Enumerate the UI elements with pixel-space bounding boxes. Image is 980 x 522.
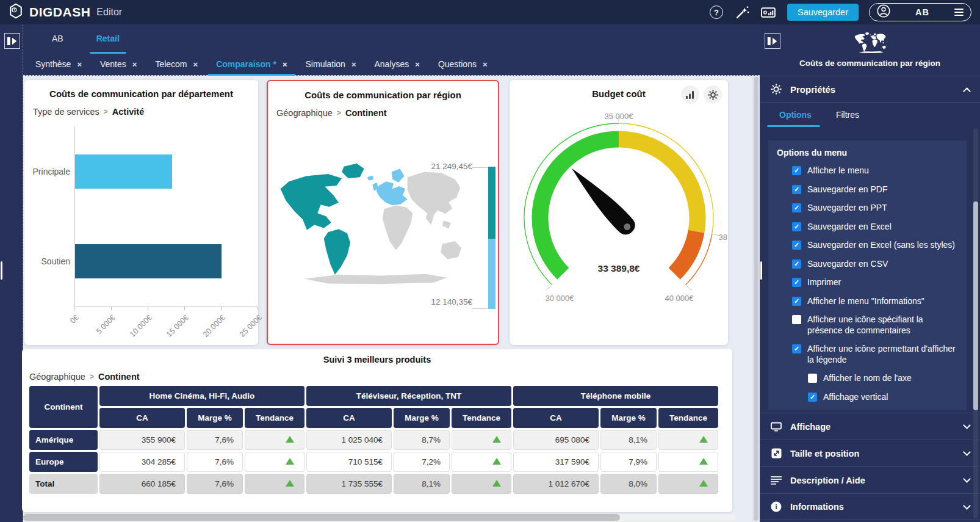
section-label: Taille et position (790, 449, 859, 459)
checkbox[interactable]: ✓ (792, 203, 801, 212)
dashboard-tab[interactable]: Ventes× (91, 53, 146, 76)
section-proprietes[interactable]: Propriétés (760, 76, 980, 102)
horizontal-scrollbar-thumb[interactable] (23, 514, 620, 521)
properties-tab-filtres[interactable]: Filtres (824, 103, 871, 127)
dashboard-tab[interactable]: Analyses× (366, 53, 429, 76)
section-taille-et-position[interactable]: Taille et position (760, 440, 980, 466)
bar-category-label: Principale (26, 167, 70, 176)
dashboard-tab[interactable]: Telecom× (146, 53, 207, 76)
breadcrumb-parent[interactable]: Géographique (276, 108, 333, 118)
save-button[interactable]: Sauvegarder (787, 4, 859, 21)
table-sub-header: Marge % (394, 408, 450, 428)
dashboard-tab[interactable]: Comparaison *× (207, 53, 296, 76)
option-checkbox-row[interactable]: Afficher le nom de l'axe (808, 373, 959, 384)
properties-tab-options[interactable]: Options (767, 103, 824, 127)
cell-tendance (658, 452, 718, 472)
media-library-icon[interactable] (761, 4, 777, 20)
dashboard-tab-label: Telecom (155, 59, 187, 69)
chart-panel-region-selected[interactable]: Coûts de communication par région Géogra… (267, 80, 499, 345)
chevron-down-icon (963, 421, 971, 429)
charts-row: Coûts de communication par département T… (24, 80, 728, 345)
workspace: ABRetail Synthèse×Ventes×Telecom×Compara… (23, 24, 760, 522)
bar-principale[interactable] (75, 154, 172, 189)
user-menu[interactable]: AB (869, 3, 971, 21)
checkbox[interactable]: ✓ (792, 185, 801, 194)
cell-tendance (452, 474, 511, 494)
axis-tick (221, 307, 222, 310)
section-label: Affichage (790, 422, 830, 432)
table-row: Total660 185€7,6%1 735 555€8,1%1 012 670… (29, 474, 718, 494)
workspace-scrollbar-thumb[interactable] (754, 77, 758, 521)
magic-wand-icon[interactable] (735, 4, 751, 20)
close-tab-icon[interactable]: × (77, 60, 82, 69)
checkbox[interactable]: ✓ (792, 259, 801, 269)
dashboard-tab-label: Comparaison * (216, 59, 276, 69)
option-checkbox-row[interactable]: Afficher une icône spécifiant la présenc… (792, 314, 959, 336)
chevron-up-icon (963, 87, 971, 95)
dashboard-tab[interactable]: Questions× (429, 53, 497, 76)
option-checkbox-row[interactable]: ✓Sauvegarder en Excel (792, 222, 959, 233)
checkbox[interactable]: ✓ (792, 297, 801, 306)
axis-tick (258, 307, 258, 310)
main-tab[interactable]: Retail (80, 24, 136, 53)
main-tab[interactable]: AB (35, 24, 80, 53)
right-resize-handle[interactable] (760, 261, 762, 280)
chart-panel-budget[interactable]: Budget coût 35 000€ 30 000€ 40 000€ 38 3… (510, 80, 728, 345)
dashboard-tab[interactable]: Synthèse× (26, 53, 91, 76)
close-tab-icon[interactable]: × (351, 60, 356, 69)
close-tab-icon[interactable]: × (132, 60, 137, 69)
bar-soutien[interactable] (75, 244, 222, 278)
options-group-title: Options du menu (777, 148, 959, 158)
breadcrumb-parent[interactable]: Géographique (29, 372, 85, 382)
chart-panel-departement[interactable]: Coûts de communication par département T… (24, 80, 258, 345)
section-informations[interactable]: iInformations (760, 493, 980, 520)
option-checkbox-row[interactable]: ✓Afficher le menu "Informations" (792, 296, 959, 307)
table-panel-produits[interactable]: Suivi 3 meilleurs produits Géographique … (22, 349, 732, 512)
checkbox[interactable]: ✓ (792, 166, 801, 175)
option-checkbox-row[interactable]: ✓Imprimer (792, 277, 959, 288)
close-tab-icon[interactable]: × (193, 60, 198, 69)
help-icon[interactable]: ? (708, 4, 724, 20)
world-map[interactable] (275, 150, 466, 294)
close-tab-icon[interactable]: × (483, 60, 488, 69)
breadcrumb-leaf[interactable]: Activité (112, 107, 144, 117)
breadcrumb-parent[interactable]: Type de services (33, 107, 99, 117)
chevron-down-icon (963, 448, 971, 456)
checkbox[interactable]: ✓ (792, 344, 801, 353)
workspace-vertical-scrollbar[interactable] (752, 76, 760, 522)
section-affichage[interactable]: Affichage (760, 413, 980, 440)
breadcrumb: Géographique > Continent (268, 100, 498, 118)
option-checkbox-row[interactable]: ✓Sauvegarder en CSV (792, 259, 959, 270)
checkbox[interactable] (808, 374, 817, 383)
option-checkbox-row[interactable]: ✓Afficher une icône permettant d'affiche… (792, 344, 959, 365)
collapse-right-panel-icon[interactable] (765, 33, 780, 49)
sidebar-scrollbar-thumb[interactable] (973, 201, 978, 410)
checkbox[interactable]: ✓ (792, 241, 801, 250)
axis-tick-label: 0€ (46, 313, 81, 348)
horizontal-scrollbar[interactable] (23, 514, 735, 521)
bar-row: Principale (75, 126, 258, 217)
option-checkbox-row[interactable]: ✓Affichage vertical (808, 392, 959, 403)
option-checkbox-row[interactable]: ✓Sauvegarder en Excel (sans les styles) (792, 240, 959, 251)
checkbox[interactable] (792, 315, 801, 324)
hamburger-menu-icon (954, 7, 964, 18)
checkbox[interactable]: ✓ (808, 393, 817, 402)
legend-max-value: 21 249,45€ (402, 162, 472, 171)
close-tab-icon[interactable]: × (283, 60, 287, 69)
breadcrumb-leaf[interactable]: Continent (98, 372, 140, 382)
cell-tendance (658, 430, 718, 450)
option-checkbox-row[interactable]: ✓Sauvegarder en PDF (792, 184, 959, 195)
cell-marge: 7,2% (394, 452, 450, 472)
left-resize-handle[interactable] (1, 261, 2, 280)
trend-up-icon (492, 458, 501, 465)
expand-left-panel-icon[interactable] (4, 33, 20, 49)
dashboard-tab[interactable]: Simulation× (297, 53, 366, 76)
checkbox[interactable]: ✓ (792, 222, 801, 231)
section-description-aide[interactable]: Description / Aide (760, 466, 980, 493)
table-sub-header: Marge % (187, 408, 243, 428)
close-tab-icon[interactable]: × (415, 60, 420, 69)
option-checkbox-row[interactable]: ✓Afficher le menu (792, 165, 959, 176)
breadcrumb-leaf[interactable]: Continent (345, 108, 387, 118)
checkbox[interactable]: ✓ (792, 278, 801, 287)
option-checkbox-row[interactable]: ✓Sauvegarder en PPT (792, 203, 959, 214)
